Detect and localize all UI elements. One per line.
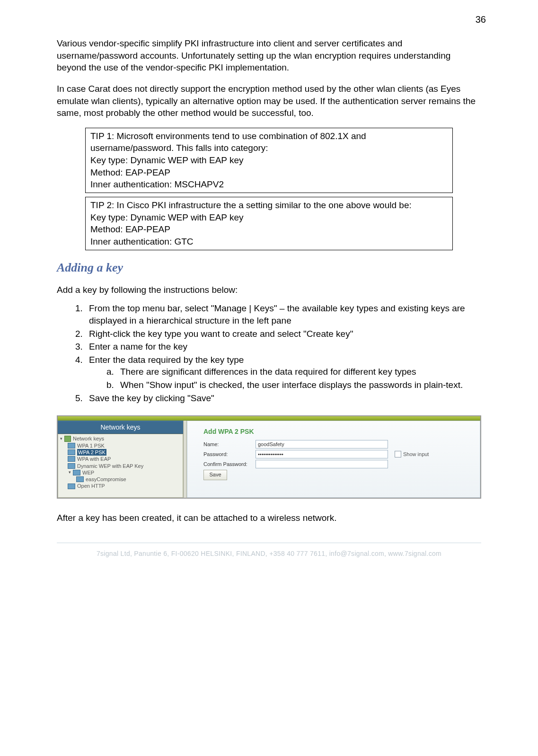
tree-item-label: WPA with EAP <box>77 456 111 462</box>
key-icon <box>68 483 75 489</box>
key-icon <box>68 463 75 469</box>
tip-box-2: TIP 2: In Cisco PKI infrastructure the a… <box>85 197 453 250</box>
tip2-line1: TIP 2: In Cisco PKI infrastructure the a… <box>90 199 448 211</box>
key-icon <box>73 470 80 475</box>
heading-adding-a-key: Adding a key <box>57 261 481 275</box>
app-toolbar <box>58 416 480 421</box>
tree-item-wpa-eap[interactable]: WPA with EAP <box>59 456 183 462</box>
expander-icon[interactable]: ▾ <box>59 436 63 442</box>
key-icon <box>76 476 84 482</box>
key-tree[interactable]: ▾ Network keys WPA 1 PSK WPA 2 PSK <box>58 434 183 497</box>
step-1: From the top menu bar, select "Manage | … <box>85 302 481 326</box>
key-icon <box>68 443 75 448</box>
tree-item-wpa2psk[interactable]: WPA 2 PSK <box>59 449 183 456</box>
step-5: Save the key by clicking "Save" <box>85 392 481 404</box>
tip2-line3: Method: EAP-PEAP <box>90 223 448 236</box>
tip1-line3: Method: EAP-PEAP <box>90 167 448 179</box>
panel-title-network-keys: Network keys <box>58 421 183 434</box>
tree-root-label: Network keys <box>73 435 104 442</box>
tree-item-label: WEP <box>82 469 94 476</box>
tree-root-network-keys[interactable]: ▾ Network keys <box>59 435 183 442</box>
step-3: Enter a name for the key <box>85 341 481 353</box>
password-label: Password: <box>203 451 256 457</box>
tip2-line4: Inner authentication: GTC <box>90 236 448 248</box>
confirm-password-label: Confirm Password: <box>203 461 256 467</box>
confirm-password-input[interactable] <box>256 460 388 468</box>
left-panel: Network keys ▾ Network keys WPA 1 PSK WP… <box>58 421 183 497</box>
step-4: Enter the data required by the key type … <box>85 354 481 391</box>
name-label: Name: <box>203 441 256 447</box>
tip1-line4: Inner authentication: MSCHAPV2 <box>90 178 448 191</box>
page-footer: 7signal Ltd, Panuntie 6, FI-00620 HELSIN… <box>57 543 481 557</box>
tree-item-label: easyCompromise <box>86 476 126 483</box>
key-icon <box>68 449 75 455</box>
tip2-line2: Key type: Dynamic WEP with EAP key <box>90 211 448 224</box>
password-input[interactable] <box>256 450 388 458</box>
tree-item-label: Open HTTP <box>77 483 105 489</box>
tree-item-label: WPA 2 PSK <box>77 449 106 456</box>
after-paragraph: After a key has been created, it can be … <box>57 512 481 524</box>
tree-item-dynamic-wep[interactable]: Dynamic WEP with EAP Key <box>59 463 183 469</box>
step-4-text: Enter the data required by the key type <box>89 355 244 365</box>
show-input-toggle[interactable]: Show input <box>395 451 429 457</box>
tree-item-label: WPA 1 PSK <box>77 442 105 449</box>
show-input-label: Show input <box>403 451 429 457</box>
app-screenshot: Network keys ▾ Network keys WPA 1 PSK WP… <box>57 415 481 498</box>
tree-item-easycompromise[interactable]: easyCompromise <box>59 476 183 483</box>
tree-item-wep[interactable]: ▾ WEP <box>59 469 183 476</box>
step-2: Right-click the key type you want to cre… <box>85 328 481 340</box>
tip1-line1: TIP 1: Microsoft environments tend to us… <box>90 130 448 154</box>
tree-item-wpa1psk[interactable]: WPA 1 PSK <box>59 442 183 449</box>
step-4-sublist: There are significant differences in the… <box>89 366 481 391</box>
splitter[interactable] <box>183 421 187 497</box>
form-title: Add WPA 2 PSK <box>203 428 472 435</box>
folder-icon <box>64 436 71 442</box>
name-input[interactable] <box>256 440 388 448</box>
key-icon <box>68 456 75 462</box>
page-number: 36 <box>476 14 486 25</box>
tree-item-open-http[interactable]: Open HTTP <box>59 483 183 489</box>
tip1-line2: Key type: Dynamic WEP with EAP key <box>90 154 448 167</box>
form-panel: Add WPA 2 PSK Name: Password: Show input… <box>187 421 480 497</box>
tip-box-1: TIP 1: Microsoft environments tend to us… <box>85 128 453 193</box>
tree-item-label: Dynamic WEP with EAP Key <box>77 463 143 469</box>
expander-icon[interactable]: ▾ <box>68 470 72 475</box>
instruction-lead: Add a key by following the instructions … <box>57 284 481 296</box>
paragraph-2: In case Carat does not directly support … <box>57 83 481 119</box>
save-button[interactable]: Save <box>203 470 227 480</box>
step-4b: When "Show input" is checked, the user i… <box>116 379 481 391</box>
paragraph-1: Various vendor-specific simplify PKI inf… <box>57 37 481 74</box>
steps-list: From the top menu bar, select "Manage | … <box>57 302 481 404</box>
step-4a: There are significant differences in the… <box>116 366 481 378</box>
checkbox-icon[interactable] <box>395 451 401 457</box>
